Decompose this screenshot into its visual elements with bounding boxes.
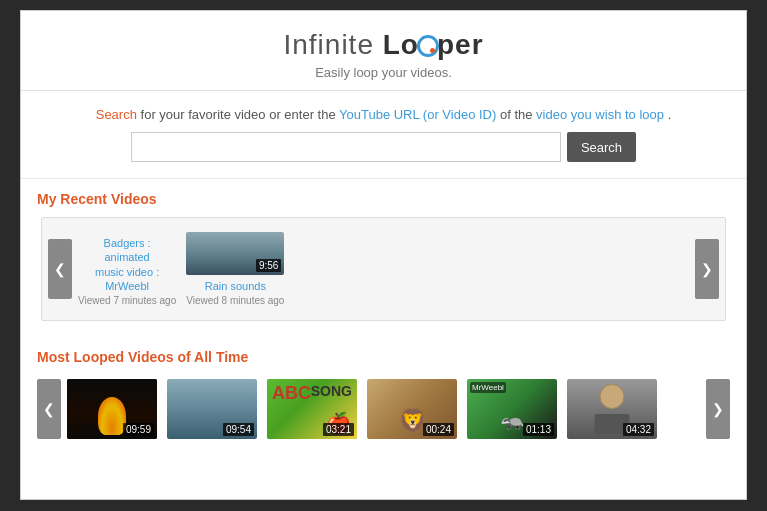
most-looped-duration-4: 00:24	[423, 423, 454, 436]
header: Infinite Loper Easily loop your videos.	[21, 11, 746, 91]
search-desc-text2: of the	[500, 107, 536, 122]
search-desc-end: .	[668, 107, 672, 122]
recent-prev-button[interactable]: ❮	[48, 239, 72, 299]
search-desc-text: for your favorite video or enter the	[141, 107, 339, 122]
recent-video-title-2: Rain sounds	[205, 279, 266, 293]
recent-video-viewed-1: Viewed 7 minutes ago	[78, 295, 176, 306]
recent-carousel: ❮ 🦡 MrWeebl 1:14 Badgers : animatedmusi	[48, 228, 719, 310]
search-description: Search for your favorite video or enter …	[61, 107, 706, 122]
search-button[interactable]: Search	[567, 132, 636, 162]
most-looped-duration-3: 03:21	[323, 423, 354, 436]
most-looped-thumb-6: 04:32	[567, 379, 657, 439]
logo: Infinite Loper	[21, 29, 746, 61]
most-looped-thumb-5: 🦡 MrWeebl 01:13	[467, 379, 557, 439]
recent-video-item[interactable]: 9:56 Rain sounds Viewed 8 minutes ago	[186, 232, 284, 306]
most-looped-thumb-2: 09:54	[167, 379, 257, 439]
most-looped-video-item[interactable]: 🦁 00:24	[367, 379, 457, 439]
recent-videos-title: My Recent Videos	[37, 191, 730, 207]
most-looped-thumb-1: 09:59	[67, 379, 157, 439]
recent-video-viewed-2: Viewed 8 minutes ago	[186, 295, 284, 306]
logo-o	[419, 29, 437, 61]
recent-video-item[interactable]: 🦡 MrWeebl 1:14 Badgers : animatedmusic v…	[78, 232, 176, 306]
most-looped-duration-2: 09:54	[223, 423, 254, 436]
most-looped-duration-1: 09:59	[123, 423, 154, 436]
most-looped-duration-6: 04:32	[623, 423, 654, 436]
most-looped-carousel: ❮ 09:59 09:54	[37, 375, 730, 443]
search-section: Search for your favorite video or enter …	[21, 91, 746, 179]
search-input[interactable]	[131, 132, 561, 162]
recent-videos-container: ❮ 🦡 MrWeebl 1:14 Badgers : animatedmusi	[41, 217, 726, 321]
tagline: Easily loop your videos.	[21, 65, 746, 80]
search-desc-link1: YouTube URL (or Video ID)	[339, 107, 496, 122]
logo-bold: Lo	[383, 29, 419, 60]
recent-video-title-1: Badgers : animatedmusic video :MrWeebl	[82, 236, 172, 293]
search-desc-link2: video you wish to loop	[536, 107, 664, 122]
search-desc-highlight: Search	[96, 107, 137, 122]
most-looped-video-item[interactable]: ABC 🍎 SONG 03:21	[267, 379, 357, 439]
most-looped-video-item[interactable]: 09:54	[167, 379, 257, 439]
logo-suffix: per	[437, 29, 484, 60]
most-looped-prev-button[interactable]: ❮	[37, 379, 61, 439]
most-looped-title: Most Looped Videos of All Time	[37, 349, 730, 365]
recent-next-button[interactable]: ❯	[695, 239, 719, 299]
most-looped-video-item[interactable]: 09:59	[67, 379, 157, 439]
most-looped-video-item[interactable]: 🦡 MrWeebl 01:13	[467, 379, 557, 439]
most-looped-thumb-3: ABC 🍎 SONG 03:21	[267, 379, 357, 439]
recent-videos-section: My Recent Videos ❮ 🦡 MrWeebl 1:14	[21, 179, 746, 333]
search-row: Search	[61, 132, 706, 162]
logo-prefix: Infinite	[283, 29, 382, 60]
recent-video-thumb-2: 9:56	[186, 232, 284, 275]
most-looped-video-item[interactable]: 04:32	[567, 379, 657, 439]
recent-video-duration-2: 9:56	[256, 259, 281, 272]
recent-videos-track: 🦡 MrWeebl 1:14 Badgers : animatedmusic v…	[72, 228, 695, 310]
most-looped-thumb-4: 🦁 00:24	[367, 379, 457, 439]
most-looped-next-button[interactable]: ❯	[706, 379, 730, 439]
most-looped-track: 09:59 09:54 ABC 🍎 SON	[61, 375, 706, 443]
most-looped-duration-5: 01:13	[523, 423, 554, 436]
most-looped-section: Most Looped Videos of All Time ❮ 09:59	[21, 337, 746, 455]
